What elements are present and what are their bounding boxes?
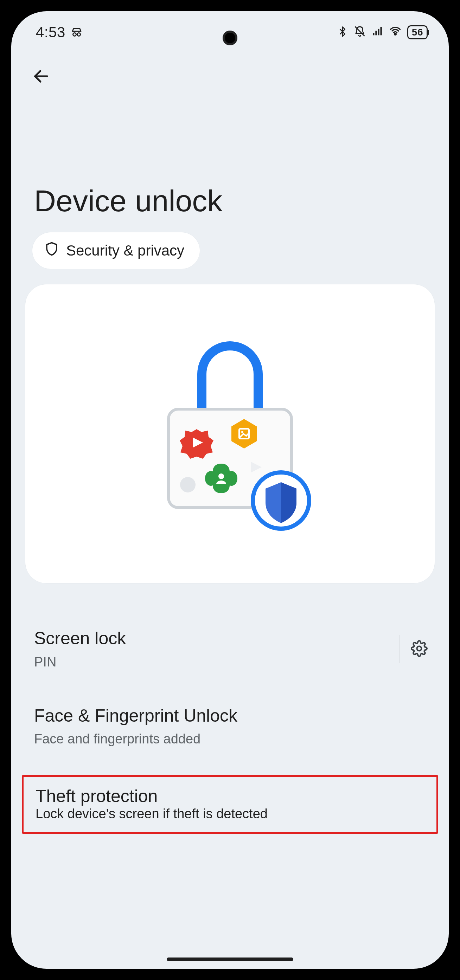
row-label: Theft protection <box>35 786 425 807</box>
settings-list: Screen lock PIN Face & Fingerprint Unloc <box>11 583 449 834</box>
svg-rect-6 <box>380 27 382 35</box>
screen-lock-settings-button[interactable] <box>411 640 428 659</box>
camera-cutout <box>223 30 237 45</box>
illustration-card <box>25 284 435 583</box>
battery-indicator: 56 <box>407 25 428 39</box>
screen: 4:53 <box>11 11 449 969</box>
lock-illustration <box>121 311 339 557</box>
gesture-bar <box>167 958 293 961</box>
svg-rect-3 <box>373 33 374 35</box>
incognito-icon <box>70 26 83 39</box>
battery-level: 56 <box>407 25 428 39</box>
svg-rect-5 <box>378 29 379 35</box>
wifi-icon <box>389 25 402 40</box>
page-title: Device unlock <box>11 183 449 218</box>
breadcrumb-chip-security-privacy[interactable]: Security & privacy <box>32 232 200 269</box>
row-sub: Face and fingerprints added <box>34 730 428 748</box>
row-face-fingerprint[interactable]: Face & Fingerprint Unlock Face and finge… <box>11 684 449 761</box>
vibrate-icon <box>354 25 366 40</box>
row-label: Face & Fingerprint Unlock <box>34 705 428 727</box>
row-screen-lock[interactable]: Screen lock PIN <box>11 615 449 684</box>
vertical-divider <box>400 635 400 663</box>
phone-frame: 4:53 <box>0 0 460 980</box>
signal-icon <box>371 25 384 40</box>
status-time: 4:53 <box>36 24 65 41</box>
breadcrumb-chip-label: Security & privacy <box>66 242 184 259</box>
row-sub: PIN <box>34 653 389 671</box>
back-button[interactable] <box>29 64 53 89</box>
svg-point-11 <box>241 431 244 433</box>
row-sub: Lock device's screen if theft is detecte… <box>35 807 425 821</box>
row-label: Screen lock <box>34 627 389 649</box>
svg-point-7 <box>395 33 396 35</box>
svg-point-13 <box>180 477 196 492</box>
svg-point-12 <box>218 474 224 479</box>
shield-icon <box>44 242 59 260</box>
appbar <box>11 53 449 89</box>
svg-rect-4 <box>375 30 377 35</box>
svg-point-15 <box>417 646 422 651</box>
row-theft-protection[interactable]: Theft protection Lock device's screen if… <box>22 775 438 834</box>
bluetooth-icon <box>337 25 348 40</box>
